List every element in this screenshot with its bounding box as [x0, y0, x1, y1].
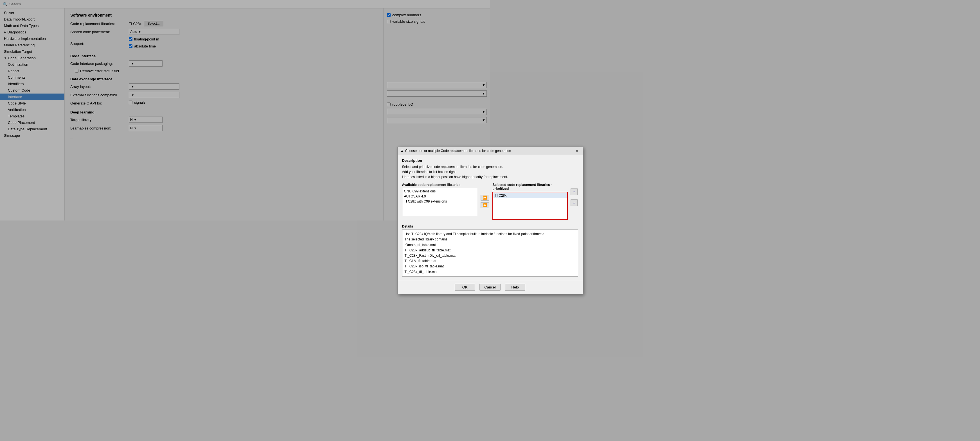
desc-line-2: Add your libraries to list box on right.: [402, 170, 490, 174]
modal-lists-row: Available code replacement libraries GNU…: [402, 183, 490, 220]
modal-body: Description Select and prioritize code r…: [398, 155, 490, 220]
modal-title-icon: ⚙: [401, 149, 404, 153]
available-listbox[interactable]: GNU C99 extensions AUTOSAR 4.0 TI C28x w…: [402, 188, 477, 216]
available-item-1[interactable]: AUTOSAR 4.0: [403, 194, 477, 199]
desc-line-3: Libraries listed in a higher position ha…: [402, 174, 490, 179]
desc-line-1: Select and prioritize code replacement l…: [402, 164, 490, 170]
available-item-0[interactable]: GNU C99 extensions: [403, 189, 477, 194]
description-text: Select and prioritize code replacement l…: [402, 164, 490, 179]
description-title: Description: [402, 159, 490, 163]
modal-titlebar: ⚙ Choose one or multiple Code replacemen…: [398, 147, 490, 155]
modal-overlay: ⚙ Choose one or multiple Code replacemen…: [0, 0, 490, 220]
arrow-buttons: ⏩ ⏪: [479, 183, 490, 220]
modal-title-text: Choose one or multiple Code replacement …: [405, 149, 490, 153]
remove-from-selected-button[interactable]: ⏪: [480, 202, 489, 208]
modal-title: ⚙ Choose one or multiple Code replacemen…: [401, 149, 490, 153]
add-to-selected-button[interactable]: ⏩: [480, 195, 489, 201]
available-item-2[interactable]: TI C28x with C99 extensions: [403, 199, 477, 204]
modal-dialog: ⚙ Choose one or multiple Code replacemen…: [397, 147, 490, 220]
available-label: Available code replacement libraries: [402, 183, 477, 187]
available-libraries-panel: Available code replacement libraries GNU…: [402, 183, 477, 220]
